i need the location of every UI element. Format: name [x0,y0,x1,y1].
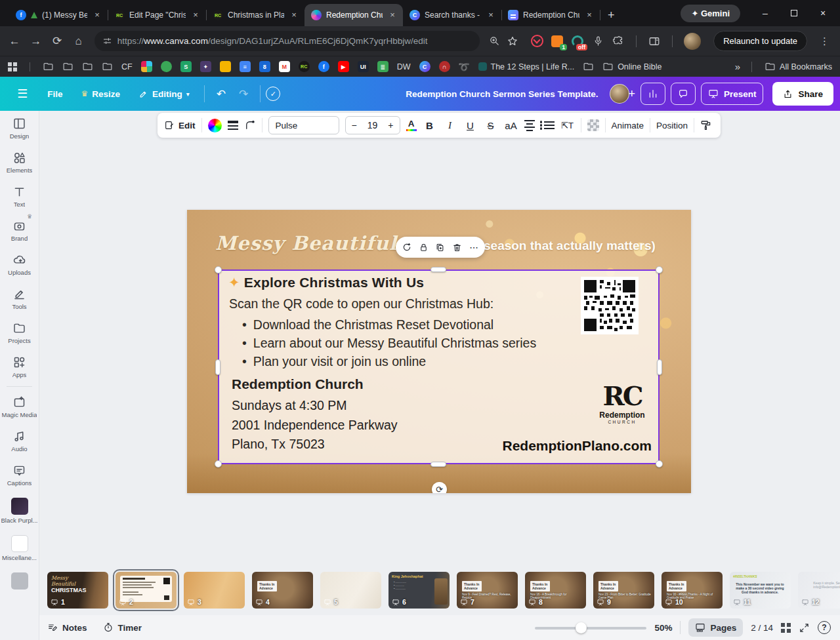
bookmarks-overflow-icon[interactable]: » [735,61,739,72]
text-color-button[interactable]: A [406,119,417,131]
swirl-icon[interactable]: ➰ [459,61,470,72]
close-tab-icon[interactable]: × [387,10,398,20]
pages-view-button[interactable]: Pages [688,618,743,637]
sidebar-item-elements[interactable]: Elements [0,145,39,179]
sidebar-item-uploads[interactable]: Uploads [0,247,39,281]
notes-button[interactable]: Notes [39,622,95,633]
insights-button[interactable] [640,83,665,105]
animate-button[interactable]: Animate [612,121,644,130]
italic-button[interactable]: I [443,120,457,131]
user-avatar[interactable] [610,84,629,104]
browser-menu-icon[interactable]: ⋮ [814,35,835,47]
sidebar-item-audio[interactable]: Audio [0,424,39,458]
headphones-icon[interactable]: ∩ [439,61,450,72]
present-button[interactable]: Present [701,83,764,105]
rotate-handle[interactable]: ⟳ [432,482,447,493]
sidebar-item-magic-media[interactable]: Magic Media [0,390,39,424]
gemini-button[interactable]: ✦ Gemini [681,5,740,22]
tree-bookmark-icon[interactable]: ✦ [200,61,211,72]
relaunch-button[interactable]: Relaunch to update [713,31,807,51]
page-thumbnail-8[interactable]: Thanks In Advance Nov 16 - A Breakthroug… [525,572,586,609]
folder-icon[interactable] [102,61,113,72]
tab-search-thanks[interactable]: C Search thanks - ... × [403,4,501,26]
gloo-icon[interactable] [161,61,172,72]
home-icon[interactable]: ⌂ [69,31,87,51]
zoom-slider[interactable] [535,622,646,633]
resize-menu[interactable]: ♛ Resize [72,89,129,99]
slack-icon[interactable] [141,61,152,72]
page-thumbnail-3[interactable]: 3 [184,572,245,609]
tab-christmas[interactable]: RC Christmas in Pla... × [206,4,304,26]
extensions-puzzle-icon[interactable] [612,35,625,48]
new-tab-button[interactable]: + [600,9,623,26]
list-button[interactable] [544,121,555,129]
sidebar-item-projects[interactable]: Projects [0,315,39,350]
extension-icon[interactable]: 1 [551,35,564,48]
font-family-select[interactable]: Pulse [268,116,339,134]
site-info-icon[interactable] [102,36,112,46]
page-thumbnail-6[interactable]: King Jehoshaphat • ............... • ...… [388,572,450,609]
sidebar-item-miscellaneous[interactable]: Miscellane... [0,529,39,567]
design-title[interactable]: Redemption Church Sermon Series Template… [406,89,598,99]
bookmark-star-icon[interactable] [507,35,518,47]
font-size-increase[interactable]: + [388,120,393,130]
font-size-value[interactable]: 19 [368,120,378,130]
microphone-icon[interactable] [591,35,604,48]
menu-icon[interactable]: ☰ [7,87,38,101]
apps-grid-icon[interactable] [8,62,17,71]
keep-icon[interactable] [220,61,231,72]
tab-edit-page[interactable]: RC Edit Page "Christ... × [108,4,206,26]
close-tab-icon[interactable]: × [92,10,102,20]
all-bookmarks-button[interactable]: All Bookmarks [765,61,832,72]
page-thumbnail-10[interactable]: Thanks In Advance Nov 30 - #REELThanks -… [662,572,723,609]
bookmark-cf[interactable]: CF [121,62,133,71]
alignment-button[interactable] [524,120,535,131]
rc-bookmark-icon[interactable]: RC [299,61,310,72]
file-menu[interactable]: File [38,89,72,99]
delete-icon[interactable] [452,241,463,253]
canva-bookmark-icon[interactable]: C [419,61,430,72]
maximize-button[interactable] [781,0,807,26]
folder-icon[interactable] [62,61,74,72]
more-options-icon[interactable]: ⋯ [468,241,480,253]
line-type-icon[interactable] [244,119,256,131]
edit-image-button[interactable]: Edit [164,120,196,130]
facebook-bookmark-icon[interactable]: f [318,61,329,72]
color-picker-icon[interactable] [208,119,222,132]
close-tab-icon[interactable]: × [289,10,299,20]
position-button[interactable]: Position [656,121,688,130]
text-case-button[interactable]: aA [504,120,518,131]
forward-icon[interactable]: → [26,31,45,51]
undo-icon[interactable]: ↶ [210,87,232,101]
design-title-tail[interactable]: season that actually matters) [484,239,656,253]
folder-icon[interactable] [583,61,594,72]
sidebar-item-tools[interactable]: Tools [0,281,39,315]
sidebar-item-partial[interactable] [0,567,39,595]
font-size-decrease[interactable]: − [352,120,357,130]
copy-style-roller-icon[interactable] [700,119,712,131]
share-button[interactable]: Share [772,82,833,106]
fullscreen-icon[interactable] [799,622,810,633]
close-window-button[interactable]: × [810,0,836,26]
browser-profile-avatar[interactable] [684,33,701,50]
folder-icon[interactable] [43,61,54,72]
docs-icon[interactable]: ≡ [240,61,251,72]
spacing-button[interactable]: ⇱T [560,121,575,130]
resize-handle-se[interactable] [656,460,663,468]
sidebar-item-captions[interactable]: Captions [0,458,39,492]
sidebar-item-black-purple[interactable]: Black Purpl... [0,492,39,529]
side-panel-icon[interactable] [648,35,661,48]
page-thumbnail-4[interactable]: Thanks In Advance 4 [252,572,313,609]
zoom-search-icon[interactable] [489,35,500,47]
invite-plus-icon[interactable]: + [628,87,635,101]
sheets-icon[interactable]: S [180,61,192,72]
page-thumbnail-11[interactable]: #REELTHANKS This November we want you to… [730,572,791,609]
page-thumbnail-5[interactable]: 5 [320,572,381,609]
close-tab-icon[interactable]: × [190,10,201,20]
underline-button[interactable]: U [463,120,478,131]
comments-button[interactable] [671,83,696,105]
duplicate-icon[interactable] [434,241,446,253]
close-tab-icon[interactable]: × [486,10,496,20]
design-page[interactable]: Messy BeautifulCHRI season that actually… [187,210,691,493]
page-thumbnail-12[interactable]: Keep it simple. Send to info@RedemptionP… [798,572,840,609]
